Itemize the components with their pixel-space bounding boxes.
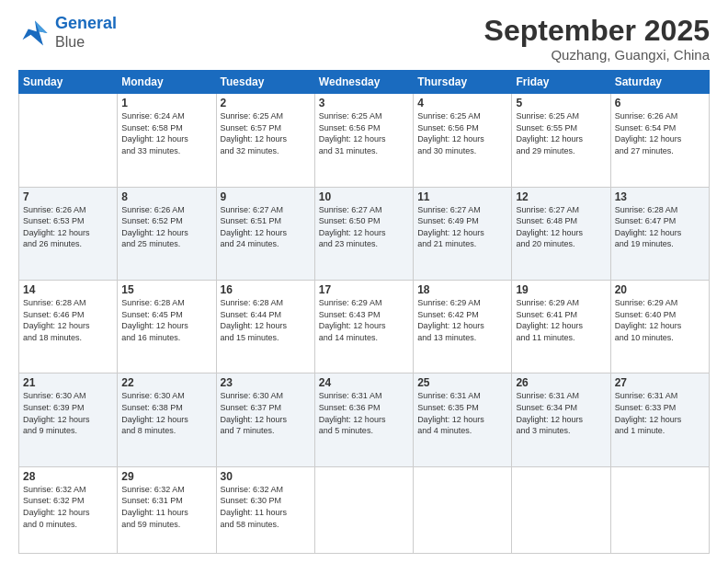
table-row: 28Sunrise: 6:32 AM Sunset: 6:32 PM Dayli…	[19, 466, 118, 553]
table-row: 9Sunrise: 6:27 AM Sunset: 6:51 PM Daylig…	[216, 187, 314, 280]
svg-marker-0	[23, 20, 48, 45]
header-monday: Monday	[118, 71, 216, 94]
day-number: 13	[615, 190, 705, 203]
day-info: Sunrise: 6:32 AM Sunset: 6:30 PM Dayligh…	[221, 484, 311, 530]
logo-line1: General	[55, 14, 117, 32]
table-row: 1Sunrise: 6:24 AM Sunset: 6:58 PM Daylig…	[118, 94, 216, 187]
header-thursday: Thursday	[414, 71, 512, 94]
day-info: Sunrise: 6:32 AM Sunset: 6:31 PM Dayligh…	[121, 484, 211, 530]
table-row: 6Sunrise: 6:26 AM Sunset: 6:54 PM Daylig…	[610, 94, 709, 187]
header-saturday: Saturday	[610, 71, 709, 94]
day-number: 18	[417, 283, 507, 296]
logo: General Blue	[18, 15, 117, 52]
day-info: Sunrise: 6:30 AM Sunset: 6:37 PM Dayligh…	[221, 390, 311, 436]
table-row: 18Sunrise: 6:29 AM Sunset: 6:42 PM Dayli…	[414, 281, 512, 373]
table-row	[314, 466, 413, 553]
day-info: Sunrise: 6:31 AM Sunset: 6:36 PM Dayligh…	[319, 390, 409, 436]
day-number: 11	[417, 190, 507, 203]
day-info: Sunrise: 6:27 AM Sunset: 6:50 PM Dayligh…	[319, 204, 409, 250]
table-row: 20Sunrise: 6:29 AM Sunset: 6:40 PM Dayli…	[610, 281, 709, 373]
day-info: Sunrise: 6:30 AM Sunset: 6:39 PM Dayligh…	[23, 390, 113, 436]
table-row	[414, 466, 512, 553]
day-number: 26	[516, 376, 606, 389]
day-number: 8	[121, 190, 211, 203]
day-info: Sunrise: 6:31 AM Sunset: 6:35 PM Dayligh…	[417, 390, 507, 436]
table-row: 15Sunrise: 6:28 AM Sunset: 6:45 PM Dayli…	[118, 281, 216, 373]
table-row: 7Sunrise: 6:26 AM Sunset: 6:53 PM Daylig…	[19, 187, 118, 280]
header-sunday: Sunday	[19, 71, 118, 94]
table-row: 17Sunrise: 6:29 AM Sunset: 6:43 PM Dayli…	[314, 281, 413, 373]
day-info: Sunrise: 6:28 AM Sunset: 6:45 PM Dayligh…	[121, 297, 211, 343]
day-info: Sunrise: 6:25 AM Sunset: 6:56 PM Dayligh…	[319, 110, 409, 156]
day-info: Sunrise: 6:32 AM Sunset: 6:32 PM Dayligh…	[23, 484, 113, 530]
day-info: Sunrise: 6:28 AM Sunset: 6:46 PM Dayligh…	[23, 297, 113, 343]
table-row	[610, 466, 709, 553]
table-row: 8Sunrise: 6:26 AM Sunset: 6:52 PM Daylig…	[118, 187, 216, 280]
day-number: 29	[121, 470, 211, 483]
day-info: Sunrise: 6:25 AM Sunset: 6:55 PM Dayligh…	[516, 110, 606, 156]
day-number: 19	[516, 283, 606, 296]
day-number: 10	[319, 190, 409, 203]
day-number: 1	[121, 97, 211, 109]
day-info: Sunrise: 6:27 AM Sunset: 6:51 PM Dayligh…	[221, 204, 311, 250]
logo-line2: Blue	[55, 34, 85, 50]
logo-text: General Blue	[55, 15, 117, 52]
day-number: 5	[516, 97, 606, 109]
table-row: 12Sunrise: 6:27 AM Sunset: 6:48 PM Dayli…	[512, 187, 610, 280]
day-info: Sunrise: 6:29 AM Sunset: 6:41 PM Dayligh…	[516, 297, 606, 343]
logo-icon	[18, 17, 51, 50]
table-row: 4Sunrise: 6:25 AM Sunset: 6:56 PM Daylig…	[414, 94, 512, 187]
day-number: 4	[417, 97, 507, 109]
calendar-header-row: Sunday Monday Tuesday Wednesday Thursday…	[19, 71, 710, 94]
day-info: Sunrise: 6:29 AM Sunset: 6:43 PM Dayligh…	[319, 297, 409, 343]
day-number: 30	[221, 470, 311, 483]
table-row	[512, 466, 610, 553]
day-number: 25	[417, 376, 507, 389]
table-row: 13Sunrise: 6:28 AM Sunset: 6:47 PM Dayli…	[610, 187, 709, 280]
header-friday: Friday	[512, 71, 610, 94]
day-info: Sunrise: 6:24 AM Sunset: 6:58 PM Dayligh…	[121, 110, 211, 156]
header-tuesday: Tuesday	[216, 71, 314, 94]
table-row: 10Sunrise: 6:27 AM Sunset: 6:50 PM Dayli…	[314, 187, 413, 280]
day-info: Sunrise: 6:26 AM Sunset: 6:53 PM Dayligh…	[23, 204, 113, 250]
table-row: 19Sunrise: 6:29 AM Sunset: 6:41 PM Dayli…	[512, 281, 610, 373]
day-number: 3	[319, 97, 409, 109]
table-row: 26Sunrise: 6:31 AM Sunset: 6:34 PM Dayli…	[512, 373, 610, 466]
day-number: 14	[23, 283, 113, 296]
table-row: 2Sunrise: 6:25 AM Sunset: 6:57 PM Daylig…	[216, 94, 314, 187]
calendar-table: Sunday Monday Tuesday Wednesday Thursday…	[18, 70, 710, 554]
day-info: Sunrise: 6:28 AM Sunset: 6:47 PM Dayligh…	[615, 204, 705, 250]
header: General Blue September 2025 Quzhang, Gua…	[18, 15, 710, 63]
location-subtitle: Quzhang, Guangxi, China	[484, 47, 710, 63]
table-row	[19, 94, 118, 187]
table-row: 25Sunrise: 6:31 AM Sunset: 6:35 PM Dayli…	[414, 373, 512, 466]
table-row: 5Sunrise: 6:25 AM Sunset: 6:55 PM Daylig…	[512, 94, 610, 187]
table-row: 11Sunrise: 6:27 AM Sunset: 6:49 PM Dayli…	[414, 187, 512, 280]
table-row: 30Sunrise: 6:32 AM Sunset: 6:30 PM Dayli…	[216, 466, 314, 553]
day-number: 15	[121, 283, 211, 296]
day-info: Sunrise: 6:27 AM Sunset: 6:49 PM Dayligh…	[417, 204, 507, 250]
day-info: Sunrise: 6:27 AM Sunset: 6:48 PM Dayligh…	[516, 204, 606, 250]
table-row: 14Sunrise: 6:28 AM Sunset: 6:46 PM Dayli…	[19, 281, 118, 373]
table-row: 3Sunrise: 6:25 AM Sunset: 6:56 PM Daylig…	[314, 94, 413, 187]
day-number: 6	[615, 97, 705, 109]
day-number: 23	[221, 376, 311, 389]
day-info: Sunrise: 6:25 AM Sunset: 6:56 PM Dayligh…	[417, 110, 507, 156]
day-number: 2	[221, 97, 311, 109]
table-row: 29Sunrise: 6:32 AM Sunset: 6:31 PM Dayli…	[118, 466, 216, 553]
table-row: 22Sunrise: 6:30 AM Sunset: 6:38 PM Dayli…	[118, 373, 216, 466]
day-info: Sunrise: 6:30 AM Sunset: 6:38 PM Dayligh…	[121, 390, 211, 436]
table-row: 21Sunrise: 6:30 AM Sunset: 6:39 PM Dayli…	[19, 373, 118, 466]
day-number: 17	[319, 283, 409, 296]
page: General Blue September 2025 Quzhang, Gua…	[0, 0, 728, 563]
table-row: 24Sunrise: 6:31 AM Sunset: 6:36 PM Dayli…	[314, 373, 413, 466]
month-title: September 2025	[484, 15, 710, 47]
day-number: 27	[615, 376, 705, 389]
table-row: 27Sunrise: 6:31 AM Sunset: 6:33 PM Dayli…	[610, 373, 709, 466]
day-number: 24	[319, 376, 409, 389]
day-info: Sunrise: 6:29 AM Sunset: 6:40 PM Dayligh…	[615, 297, 705, 343]
header-wednesday: Wednesday	[314, 71, 413, 94]
title-area: September 2025 Quzhang, Guangxi, China	[484, 15, 710, 63]
day-number: 7	[23, 190, 113, 203]
day-info: Sunrise: 6:29 AM Sunset: 6:42 PM Dayligh…	[417, 297, 507, 343]
